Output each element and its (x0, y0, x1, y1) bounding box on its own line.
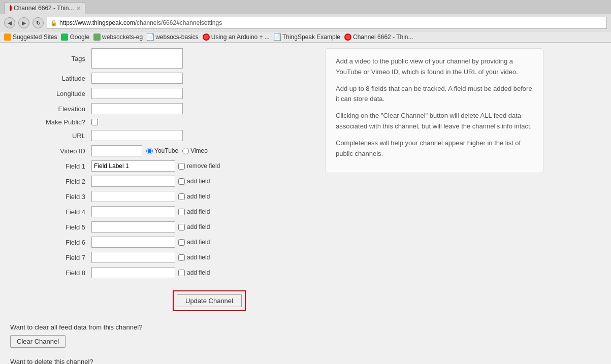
field-6-checkbox-label[interactable]: add field (178, 239, 210, 246)
video-id-row: Video ID YouTube Vimeo (10, 145, 315, 156)
bookmark-suggested-label: Suggested Sites (13, 34, 57, 41)
reload-button[interactable]: ↻ (33, 17, 44, 28)
bookmark-websockets-icon (93, 34, 101, 41)
bookmark-thingspeak-icon: 📄 (274, 34, 281, 41)
bookmark-arduino-icon (203, 34, 210, 41)
tags-row: Tags (10, 48, 315, 69)
forward-button[interactable]: ▶ (18, 17, 29, 28)
clear-channel-title: Want to clear all feed data from this ch… (10, 323, 315, 331)
bookmark-arduino-label: Using an Arduino + ... (211, 34, 270, 41)
field-7-checkbox-text: add field (187, 254, 210, 261)
video-id-input[interactable] (91, 145, 142, 156)
latitude-row: Latitude (10, 73, 315, 84)
tab-icon (10, 5, 12, 11)
field-7-checkbox-label[interactable]: add field (178, 254, 210, 261)
make-public-row: Make Public? (10, 118, 315, 126)
video-id-controls: YouTube Vimeo (91, 145, 208, 156)
browser-chrome: Channel 6662 - Thin... ✕ ◀ ▶ ↻ 🔒 https:/… (0, 0, 611, 43)
field-5-input[interactable] (91, 221, 175, 233)
field-1-checkbox[interactable] (178, 163, 185, 170)
page-content: Tags Latitude Longitude Elevation Make P… (0, 43, 611, 364)
bookmark-channel6662[interactable]: Channel 6662 - Thin... (344, 34, 413, 41)
elevation-row: Elevation (10, 103, 315, 114)
bookmark-websocs-icon: 📄 (147, 34, 154, 41)
info-text-1: Add a video to the public view of your c… (336, 56, 533, 78)
youtube-label: YouTube (154, 147, 178, 154)
update-channel-highlight: Update Channel (173, 290, 246, 311)
bookmark-suggested-icon (4, 34, 11, 41)
back-button[interactable]: ◀ (4, 17, 15, 28)
bookmark-websocs-basics[interactable]: 📄 websocs-basics (147, 34, 199, 41)
field-3-label: Field 3 (10, 193, 91, 201)
browser-toolbar: ◀ ▶ ↻ 🔒 https://www.thingspeak.com/chann… (0, 14, 611, 32)
field-4-checkbox[interactable] (178, 209, 185, 215)
field-1-checkbox-text: remove field (187, 162, 220, 170)
url-input[interactable] (91, 130, 183, 141)
info-panel: Add a video to the public view of your c… (325, 48, 543, 173)
update-channel-section: Update Channel (91, 284, 315, 311)
bookmark-google[interactable]: Google (61, 34, 89, 41)
field-7-input[interactable] (91, 252, 175, 263)
field-2-label: Field 2 (10, 178, 91, 185)
field-3-checkbox-label[interactable]: add field (178, 193, 210, 200)
field-4-input[interactable] (91, 206, 175, 217)
youtube-radio[interactable] (146, 148, 153, 154)
youtube-radio-label[interactable]: YouTube (146, 147, 178, 154)
elevation-input[interactable] (91, 103, 183, 114)
longitude-label: Longitude (10, 90, 91, 97)
vimeo-radio[interactable] (182, 148, 189, 154)
field-2-checkbox-text: add field (187, 178, 210, 185)
lock-icon: 🔒 (50, 20, 57, 26)
field-1-label: Field 1 (10, 162, 91, 170)
main-content: Tags Latitude Longitude Elevation Make P… (0, 43, 325, 364)
elevation-label: Elevation (10, 105, 91, 113)
field-5-checkbox-label[interactable]: add field (178, 223, 210, 230)
info-text-3: Clicking on the "Clear Channel" button w… (336, 111, 533, 132)
field-1-checkbox-label[interactable]: remove field (178, 162, 220, 170)
field-6-label: Field 6 (10, 239, 91, 246)
field-3-checkbox-text: add field (187, 193, 210, 200)
field-row-3: Field 3add field (10, 191, 315, 202)
bookmark-websockets-label: websockets-eg (102, 34, 143, 41)
info-text-2: Add up to 8 fields that can be tracked. … (336, 84, 533, 105)
field-8-input[interactable] (91, 267, 175, 278)
latitude-input[interactable] (91, 73, 183, 84)
field-5-checkbox[interactable] (178, 224, 185, 230)
field-6-input[interactable] (91, 237, 175, 248)
bookmark-websocs-label: websocs-basics (155, 34, 199, 41)
delete-channel-section: Want to delete this channel? Delete Chan… (10, 358, 315, 364)
vimeo-radio-label[interactable]: Vimeo (182, 147, 208, 154)
bookmark-thingspeak-label: ThingSpeak Example (282, 34, 340, 41)
field-1-input[interactable] (91, 160, 175, 172)
field-2-checkbox[interactable] (178, 178, 185, 185)
tab-thingspeak[interactable]: Channel 6662 - Thin... ✕ (4, 2, 85, 14)
field-3-checkbox[interactable] (178, 193, 185, 200)
field-8-checkbox[interactable] (178, 270, 185, 276)
tab-close-icon[interactable]: ✕ (76, 5, 81, 12)
make-public-checkbox[interactable] (91, 119, 98, 125)
longitude-input[interactable] (91, 88, 183, 99)
field-row-2: Field 2add field (10, 176, 315, 187)
bookmark-channel6662-icon (344, 34, 351, 41)
field-2-checkbox-label[interactable]: add field (178, 178, 210, 185)
field-6-checkbox[interactable] (178, 239, 185, 246)
clear-channel-button[interactable]: Clear Channel (10, 335, 66, 348)
field-2-input[interactable] (91, 176, 175, 187)
field-7-checkbox[interactable] (178, 254, 185, 261)
field-3-input[interactable] (91, 191, 175, 202)
bookmark-websockets-eg[interactable]: websockets-eg (93, 34, 143, 41)
bookmark-thingspeak-example[interactable]: 📄 ThingSpeak Example (274, 34, 340, 41)
bookmark-google-icon (61, 34, 68, 41)
address-bar[interactable]: 🔒 https://www.thingspeak.com/channels/66… (47, 17, 607, 29)
field-6-checkbox-text: add field (187, 239, 210, 246)
field-row-6: Field 6add field (10, 237, 315, 248)
field-4-checkbox-label[interactable]: add field (178, 208, 210, 215)
field-4-checkbox-text: add field (187, 208, 210, 215)
bookmark-google-label: Google (70, 34, 89, 41)
field-8-checkbox-label[interactable]: add field (178, 269, 210, 276)
update-channel-button[interactable]: Update Channel (177, 294, 242, 307)
field-5-label: Field 5 (10, 223, 91, 231)
bookmark-arduino[interactable]: Using an Arduino + ... (203, 34, 270, 41)
bookmark-suggested[interactable]: Suggested Sites (4, 34, 57, 41)
tags-input[interactable] (91, 48, 183, 69)
